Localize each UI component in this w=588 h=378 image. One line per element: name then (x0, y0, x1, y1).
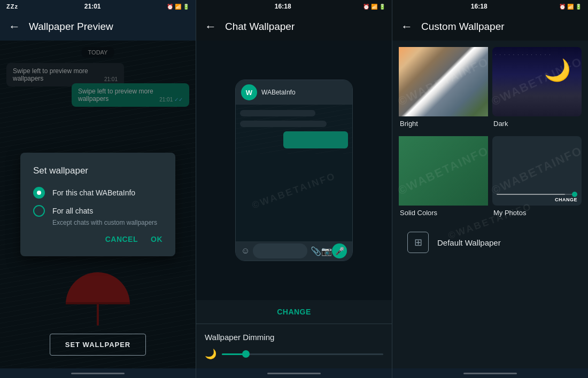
status-time-2: 16:18 (275, 3, 291, 10)
page-title-2: Chat Wallpaper (225, 21, 295, 33)
default-wallpaper-row[interactable]: ⊞ Default Wallpaper (399, 225, 582, 259)
page-title-3: Custom Wallpaper (421, 21, 505, 33)
dialog-actions: CANCEL OK (33, 235, 163, 243)
bright-wallpaper-image: ©WABETAINFO (399, 47, 488, 116)
mock-toolbar: ☺ 📎 📷 🎤 (236, 241, 352, 261)
dialog-title: Set wallpaper (33, 166, 163, 176)
mock-bubble-in (240, 110, 315, 116)
my-photos-cell[interactable]: CHANGE ©WABETAINFO My Photos (492, 136, 582, 222)
attach-icon: 📎 (311, 246, 321, 256)
radio-circle-1 (33, 187, 45, 199)
status-icons-3: ⏰ 📶 🔋 (559, 4, 582, 10)
slider-thumb[interactable] (242, 350, 250, 358)
radio-option-this-chat[interactable]: For this chat WABetaInfo (33, 187, 163, 199)
bright-cell[interactable]: ©WABETAINFO Bright (399, 47, 488, 133)
wallpaper-grid: ©WABETAINFO ©WABETAINFO Bright ©WABETAIN… (392, 41, 588, 368)
dimming-section: Wallpaper Dimming 🌙 (196, 324, 392, 368)
my-photos-image: CHANGE ©WABETAINFO (492, 136, 582, 206)
radio-label-2: For all chats (52, 207, 93, 215)
top-bar-3: ← Custom Wallpaper (392, 13, 588, 41)
solid-colors-label: Solid Colors (399, 206, 488, 222)
moon-icon: 🌙 (205, 348, 216, 360)
photos-slider-container (497, 194, 577, 195)
back-button-1[interactable]: ← (9, 21, 20, 33)
camera-icon: 📷 (321, 246, 332, 256)
radio-option-all-chats[interactable]: For all chats (33, 205, 163, 217)
mock-name: WABetaInfo (261, 89, 296, 96)
status-icons-1: ⏰ 📶 🔋 (167, 4, 189, 10)
nav-pill-3 (463, 373, 517, 374)
status-bar-3: 16:18 ⏰ 📶 🔋 (392, 0, 588, 13)
nav-pill-2 (267, 373, 321, 374)
default-wallpaper-icon: ⊞ (407, 232, 429, 253)
mock-mic-button: 🎤 (332, 243, 347, 258)
status-left: ZZz (6, 3, 18, 10)
set-wallpaper-bar: SET WALLPAPER (0, 334, 196, 356)
emoji-icon: ☺ (241, 246, 250, 256)
grid-row-2: ©WABETAINFO Solid Colors CHANGE ©WABETAI… (399, 136, 582, 222)
top-bar-2: ← Chat Wallpaper (196, 13, 392, 41)
radio-sublabel-2: Except chats with custom wallpapers (33, 219, 163, 226)
status-bar-1: ZZz 21:01 ⏰ 📶 🔋 (0, 0, 196, 13)
dark-label: Dark (492, 116, 582, 133)
photos-slider-thumb (572, 192, 577, 197)
nav-pill-1 (71, 373, 125, 374)
dark-wallpaper-image: ©WABETAINFO (492, 47, 582, 116)
nav-indicator-3 (392, 368, 588, 378)
photos-slider-fill (497, 194, 565, 195)
top-bar-1: ← Wallpaper Preview (0, 13, 196, 41)
status-bar-2: 16:18 ⏰ 📶 🔋 (196, 0, 392, 13)
mock-avatar: W (241, 84, 257, 100)
chat-background-1: TODAY Swipe left to preview more wallpap… (0, 41, 196, 368)
dimming-slider-row: 🌙 (205, 348, 383, 360)
bright-label: Bright (399, 116, 488, 133)
back-button-2[interactable]: ← (205, 21, 216, 33)
chat-wallpaper-panel: 16:18 ⏰ 📶 🔋 ← Chat Wallpaper ©WABETAINFO… (196, 0, 392, 378)
photos-slider-track (497, 194, 577, 195)
dark-cell[interactable]: ©WABETAINFO Dark (492, 47, 582, 133)
solid-colors-image: ©WABETAINFO (399, 136, 488, 206)
set-wallpaper-button[interactable]: SET WALLPAPER (50, 334, 146, 356)
ok-button[interactable]: OK (151, 235, 163, 243)
wallpaper-preview-panel: ZZz 21:01 ⏰ 📶 🔋 ← Wallpaper Preview TODA… (0, 0, 196, 378)
nav-indicator-2 (196, 368, 392, 378)
nav-indicator-1 (0, 368, 196, 378)
default-wallpaper-label: Default Wallpaper (437, 238, 501, 247)
set-wallpaper-dialog: Set wallpaper For this chat WABetaInfo F… (20, 153, 175, 256)
mock-bubble-in-2 (240, 121, 327, 127)
status-time-3: 16:18 (471, 3, 488, 10)
change-wallpaper-link[interactable]: CHANGE (196, 300, 392, 324)
mock-chat-body (236, 105, 352, 154)
grid-row-1: ©WABETAINFO Bright ©WABETAINFO Dark (399, 47, 582, 133)
my-photos-label: My Photos (492, 206, 582, 222)
status-time-1: 21:01 (84, 3, 101, 10)
mock-input (253, 243, 307, 258)
dialog-overlay: Set wallpaper For this chat WABetaInfo F… (0, 41, 196, 368)
phone-mockup: W WABetaInfo ☺ 📎 📷 🎤 (235, 80, 353, 261)
radio-circle-2 (33, 205, 45, 217)
solid-colors-cell[interactable]: ©WABETAINFO Solid Colors (399, 136, 488, 222)
page-title-1: Wallpaper Preview (29, 21, 113, 33)
cancel-button[interactable]: CANCEL (105, 235, 138, 243)
radio-label-1: For this chat WABetaInfo (52, 188, 135, 197)
status-icons-2: ⏰ 📶 🔋 (363, 4, 385, 10)
change-label-my-photos: CHANGE (555, 197, 577, 202)
custom-wallpaper-panel: 16:18 ⏰ 📶 🔋 ← Custom Wallpaper ©WABETAIN… (392, 0, 588, 378)
dimming-slider[interactable] (222, 353, 383, 355)
mock-bubble-out (283, 131, 348, 148)
dimming-title: Wallpaper Dimming (205, 333, 383, 342)
back-button-3[interactable]: ← (401, 21, 413, 33)
preview-area: ©WABETAINFO W WABetaInfo ☺ 📎 📷 🎤 (196, 41, 392, 300)
mock-chat-header: W WABetaInfo (236, 80, 352, 105)
